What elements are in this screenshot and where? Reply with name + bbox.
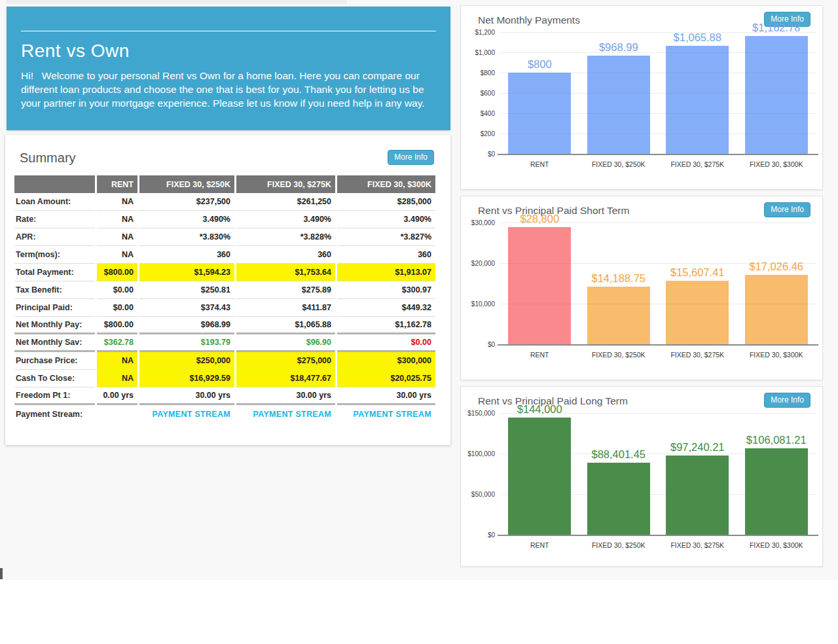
payment-stream-link[interactable]: PAYMENT STREAM xyxy=(337,405,435,423)
row-label: Net Monthly Pay: xyxy=(14,317,95,334)
summary-more-info-button[interactable]: More Info xyxy=(388,150,434,165)
table-value-cell: $374.43 xyxy=(139,299,234,317)
x-axis-category-label: FIXED 30, $250K xyxy=(592,541,646,549)
bar-value-label: $968.99 xyxy=(599,41,638,54)
hero-panel: Rent vs Own Hi! Welcome to your personal… xyxy=(7,7,450,130)
bar-fixed-30-250k xyxy=(587,56,650,154)
y-axis-tick-label: $600 xyxy=(462,90,495,97)
row-label: Loan Amount: xyxy=(14,193,95,211)
principal-paid-long-term-chart-panel: Rent vs Principal Paid Long TermMore Inf… xyxy=(460,386,823,567)
summary-table: RENTFIXED 30, $250KFIXED 30, $275KFIXED … xyxy=(14,175,437,423)
table-value-cell: $275.89 xyxy=(236,281,335,299)
chart-more-info-button[interactable]: More Info xyxy=(764,393,811,408)
gridline xyxy=(500,494,816,495)
table-row: Net Monthly Pay:$800.00$968.99$1,065.88$… xyxy=(14,317,437,334)
table-header-cell: FIXED 30, $250K xyxy=(139,175,234,193)
table-value-cell: 3.490% xyxy=(236,211,335,228)
row-label: Cash To Close: xyxy=(14,370,95,387)
x-axis-category-label: FIXED 30, $250K xyxy=(592,351,646,359)
y-axis-tick-label: $100,000 xyxy=(462,450,495,457)
chart-more-info-button[interactable]: More Info xyxy=(764,202,811,217)
net-monthly-payments-chart-panel: Net Monthly PaymentsMore Info$1,200$1,00… xyxy=(460,5,823,190)
payment-stream-link[interactable]: PAYMENT STREAM xyxy=(139,405,234,423)
x-axis-category-label: FIXED 30, $300K xyxy=(750,160,803,168)
table-value-cell: $1,594.23 xyxy=(139,264,234,281)
y-axis-tick-label: $0 xyxy=(462,151,495,158)
bar-fixed-30-250k xyxy=(587,287,650,344)
summary-card: Summary More Info RENTFIXED 30, $250KFIX… xyxy=(5,135,450,445)
payment-stream-link[interactable]: PAYMENT STREAM xyxy=(236,405,335,423)
table-value-cell: $449.32 xyxy=(337,299,435,317)
y-axis-tick-label: $0 xyxy=(462,531,495,539)
page: Rent vs Own Hi! Welcome to your personal… xyxy=(0,0,838,644)
table-row: Cash To Close:NA$16,929.59$18,477.67$20,… xyxy=(14,370,437,387)
table-header-corner xyxy=(14,175,95,193)
table-value-cell: $96.90 xyxy=(236,334,335,352)
table-value-cell: 30.00 yrs xyxy=(139,387,234,405)
x-axis-category-label: FIXED 30, $300K xyxy=(750,351,803,359)
x-axis-line xyxy=(498,535,818,536)
gridline xyxy=(500,304,816,304)
y-axis-tick-label: $10,000 xyxy=(462,300,495,308)
row-label: Freedom Pt 1: xyxy=(14,387,95,405)
table-value-cell: $300.97 xyxy=(337,281,435,299)
bar-fixed-30-275k xyxy=(666,281,729,344)
table-row: Principal Paid:$0.00$374.43$411.87$449.3… xyxy=(14,299,437,317)
row-label: APR: xyxy=(14,228,95,246)
gridline xyxy=(500,454,816,454)
bar-value-label: $14,188.75 xyxy=(591,272,646,285)
table-row: Freedom Pt 1:0.00 yrs30.00 yrs30.00 yrs3… xyxy=(14,387,437,405)
table-value-cell: $800.00 xyxy=(97,264,137,281)
table-value-cell: NA xyxy=(97,370,137,387)
table-header-cell: RENT xyxy=(97,175,137,193)
table-value-cell: *3.828% xyxy=(236,228,335,246)
y-axis-tick-label: $50,000 xyxy=(462,491,495,498)
table-header-cell: FIXED 30, $300K xyxy=(337,175,435,193)
bar-value-label: $1,065.88 xyxy=(674,31,721,44)
x-axis-labels: RENTFIXED 30, $250KFIXED 30, $275KFIXED … xyxy=(500,541,816,552)
y-axis-tick-label: $1,000 xyxy=(462,49,495,56)
table-value-cell: NA xyxy=(97,246,137,264)
table-value-cell: NA xyxy=(97,352,137,370)
y-axis-tick-label: $1,200 xyxy=(462,29,495,36)
table-value-cell: $362.78 xyxy=(97,334,137,352)
table-row: Tax Benefit:$0.00$250.81$275.89$300.97 xyxy=(14,281,437,299)
row-label: Net Monthly Sav: xyxy=(14,334,95,352)
table-value-cell: $1,065.88 xyxy=(236,317,335,334)
table-value-cell: $250.81 xyxy=(139,281,234,299)
table-value-cell: $968.99 xyxy=(139,317,234,334)
table-row: Term(mos):NA360360360 xyxy=(14,246,437,264)
bar-value-label: $144,000 xyxy=(517,403,562,416)
table-value-cell: NA xyxy=(97,211,137,228)
table-value-cell: $193.79 xyxy=(139,334,234,352)
page-edge-fragment xyxy=(0,568,3,579)
bar-rent xyxy=(508,418,571,535)
y-axis: $150,000$100,000$50,000$0 xyxy=(462,413,495,535)
bar-fixed-30-300k xyxy=(745,448,808,535)
x-axis-labels: RENTFIXED 30, $250KFIXED 30, $275KFIXED … xyxy=(500,160,816,171)
bar-value-label: $17,026.46 xyxy=(749,260,803,273)
x-axis-category-label: RENT xyxy=(530,541,549,549)
table-row: APR:NA*3.830%*3.828%*3.827% xyxy=(14,228,437,246)
table-value-cell: $18,477.67 xyxy=(236,370,335,387)
table-header-cell: FIXED 30, $275K xyxy=(236,175,335,193)
table-value-cell: 3.490% xyxy=(139,211,234,228)
bar-fixed-30-275k xyxy=(666,46,729,154)
table-value-cell: *3.827% xyxy=(337,228,435,246)
page-title: Rent vs Own xyxy=(21,41,130,62)
y-axis: $30,000$20,000$10,000$0 xyxy=(462,223,495,344)
table-value-cell: NA xyxy=(97,228,137,246)
chart-plot-area: $800$968.99$1,065.88$1,162.78 xyxy=(500,32,816,154)
x-axis-category-label: RENT xyxy=(530,351,549,359)
table-value-cell: 3.490% xyxy=(337,211,435,228)
table-value-cell: $20,025.75 xyxy=(337,370,435,387)
table-value-cell: $285,000 xyxy=(337,193,435,211)
gridline xyxy=(500,134,816,134)
table-value-cell: $16,929.59 xyxy=(139,370,234,387)
table-header-row: RENTFIXED 30, $250KFIXED 30, $275KFIXED … xyxy=(14,175,437,193)
bar-value-label: $800 xyxy=(528,58,552,71)
chart-title: Net Monthly Payments xyxy=(478,14,580,26)
table-value-cell: $250,000 xyxy=(139,352,234,370)
x-axis-category-label: FIXED 30, $275K xyxy=(670,160,724,168)
table-row: Net Monthly Sav:$362.78$193.79$96.90$0.0… xyxy=(14,334,437,352)
